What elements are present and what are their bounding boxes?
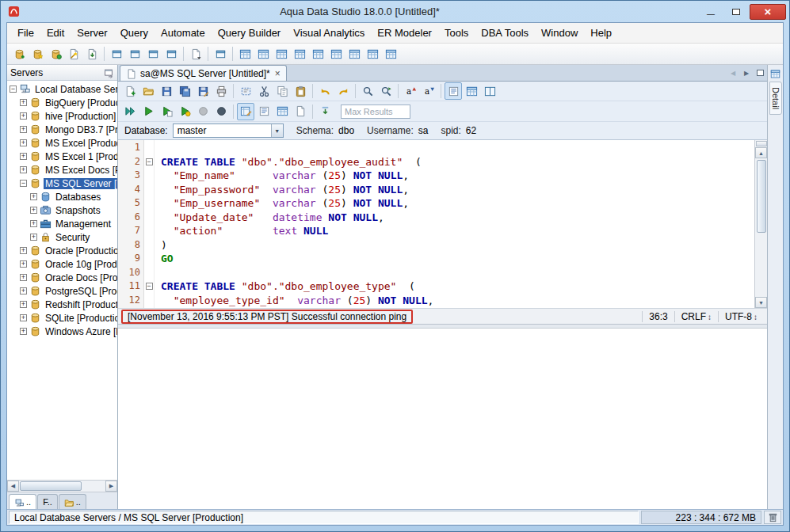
grid-automation-icon[interactable] — [364, 45, 381, 63]
expander-minus-icon[interactable]: − — [20, 180, 27, 187]
tree-item-windows-azure-production[interactable]: +Windows Azure [Production] — [7, 325, 117, 338]
minimize-button[interactable] — [699, 4, 723, 20]
expander-plus-icon[interactable]: + — [20, 166, 27, 173]
expander-plus-icon[interactable]: + — [20, 314, 27, 321]
tree-item-ms-sql-server-production[interactable]: −MS SQL Server [Production] — [7, 177, 117, 190]
execute-icon[interactable] — [139, 103, 157, 120]
code-line[interactable]: "action" text NULL — [161, 224, 754, 238]
grid-results-icon[interactable] — [236, 45, 254, 63]
tree-item-security[interactable]: +Security — [7, 230, 117, 244]
tree-item-ms-excel-1-production[interactable]: +MS Excel 1 [Production] — [7, 150, 117, 163]
split-editor-handle[interactable] — [756, 141, 767, 146]
maximize-button[interactable] — [724, 4, 748, 20]
code-line[interactable]: CREATE TABLE "dbo"."dbo_employee_type" ( — [161, 279, 754, 294]
expander-plus-icon[interactable]: + — [20, 139, 27, 146]
float-panel-icon[interactable] — [103, 67, 114, 78]
results-file-icon[interactable] — [292, 103, 309, 120]
code-line[interactable]: ) — [161, 238, 754, 253]
close-button[interactable] — [750, 4, 786, 20]
panel-tab-history[interactable]: .. — [59, 494, 86, 509]
grid-schema-browser-icon[interactable] — [309, 45, 326, 63]
grid-query-builder-icon[interactable] — [273, 45, 290, 63]
scroll-right-icon[interactable]: ▶ — [105, 481, 117, 492]
code-line[interactable]: "Emp_password" varchar (25) NOT NULL, — [161, 183, 754, 197]
expander-plus-icon[interactable]: + — [20, 153, 27, 160]
expander-plus-icon[interactable]: + — [20, 99, 27, 106]
tab-close-icon[interactable]: × — [275, 68, 281, 79]
expander-plus-icon[interactable]: + — [20, 328, 27, 335]
tree-item-oracle-docs-production[interactable]: +Oracle Docs [Production] — [7, 271, 117, 284]
toggle-split-view-icon[interactable] — [481, 82, 498, 100]
code-line[interactable]: "Emp_username" varchar (25) NOT NULL, — [161, 196, 754, 211]
save-icon[interactable] — [158, 82, 175, 100]
tree-item-databases[interactable]: +Databases — [7, 190, 117, 203]
scrollbar-thumb[interactable] — [757, 160, 766, 233]
grid-visual-analytics-icon[interactable] — [327, 45, 345, 63]
grid-table-data-icon[interactable] — [254, 45, 272, 63]
copy-icon[interactable] — [273, 82, 291, 100]
window-instance-manager-icon[interactable] — [126, 45, 143, 63]
tree-item-oracle-10g-production[interactable]: +Oracle 10g [Production] — [7, 257, 117, 271]
fold-toggle-icon[interactable]: − — [146, 158, 153, 165]
tree-item-sqlite-production[interactable]: +SQLite [Production] — [7, 311, 117, 325]
code-line[interactable]: "Update_date" datetime NOT NULL, — [161, 211, 754, 225]
execute-script-icon[interactable] — [158, 103, 175, 120]
expander-plus-icon[interactable]: + — [20, 260, 27, 268]
tree-item-oracle-production[interactable]: +Oracle [Production] — [7, 244, 117, 257]
menu-window[interactable]: Window — [536, 25, 583, 40]
max-results-input[interactable] — [341, 104, 410, 119]
menu-tools[interactable]: Tools — [439, 25, 474, 40]
expander-plus-icon[interactable]: + — [30, 193, 37, 200]
menu-automate[interactable]: Automate — [155, 25, 211, 40]
editor-vertical-scrollbar[interactable]: ▲ ▼ — [754, 140, 767, 308]
line-ending-selector[interactable]: CRLF — [674, 311, 718, 322]
tree-item-local-database-servers[interactable]: −Local Database Servers — [7, 82, 117, 96]
previous-tab-icon[interactable] — [727, 67, 738, 78]
open-file-icon[interactable] — [139, 82, 157, 100]
code-line[interactable]: CREATE TABLE "dbo"."dbo_employee_audit" … — [161, 155, 754, 169]
grid-scripts-icon[interactable] — [382, 45, 399, 63]
panel-tab-files[interactable]: F.. — [37, 494, 58, 509]
open-query-window-icon[interactable] — [212, 45, 229, 63]
menu-edit[interactable]: Edit — [41, 25, 70, 40]
tree-item-mongo-db3-7-production[interactable]: +Mongo DB3.7 [Production] — [7, 123, 117, 136]
expander-plus-icon[interactable]: + — [20, 112, 27, 120]
expander-plus-icon[interactable]: + — [20, 301, 27, 308]
new-file-icon[interactable] — [121, 82, 139, 100]
fold-toggle-icon[interactable]: − — [146, 283, 153, 290]
cut-icon[interactable] — [255, 82, 273, 100]
schema-script-wizard-icon[interactable] — [65, 45, 82, 63]
tree-horizontal-scrollbar[interactable]: ◀ ▶ — [7, 480, 117, 492]
execute-all-icon[interactable] — [121, 103, 139, 120]
select-statement-icon[interactable] — [237, 82, 254, 100]
scroll-down-icon[interactable]: ▼ — [755, 297, 767, 308]
expander-plus-icon[interactable]: + — [20, 247, 27, 254]
detail-tab[interactable]: Detail — [769, 82, 782, 115]
paste-icon[interactable] — [292, 82, 309, 100]
fetch-all-icon[interactable] — [316, 103, 334, 120]
toggle-text-view-icon[interactable] — [445, 82, 462, 100]
server-registration-wizard-icon[interactable] — [29, 45, 46, 63]
window-admin-icon[interactable] — [162, 45, 180, 63]
code-line[interactable]: GO — [161, 252, 754, 266]
menu-query-builder[interactable]: Query Builder — [212, 25, 286, 40]
tree-item-management[interactable]: +Management — [7, 217, 117, 230]
code-line[interactable]: "employee_type_id" varchar (25) NOT NULL… — [161, 294, 754, 308]
save-all-icon[interactable] — [176, 82, 193, 100]
code-area[interactable]: CREATE TABLE "dbo"."dbo_employee_audit" … — [155, 140, 754, 308]
menu-server[interactable]: Server — [71, 25, 113, 40]
tree-item-hive-production[interactable]: +hive [Production] — [7, 109, 117, 123]
tree-item-ms-excel-docs-production[interactable]: +MS Excel Docs [Production] — [7, 163, 117, 177]
expander-plus-icon[interactable]: + — [20, 274, 27, 281]
panel-tab-servers[interactable]: .. — [9, 494, 36, 509]
window-session-icon[interactable] — [144, 45, 162, 63]
garbage-collect-icon[interactable] — [764, 511, 781, 524]
tree-item-ms-excel-production[interactable]: +MS Excel [Production] — [7, 136, 117, 150]
tree-item-postgresql-production[interactable]: +PostgreSQL [Production] — [7, 284, 117, 298]
encoding-selector[interactable]: UTF-8 — [718, 311, 764, 322]
menu-help[interactable]: Help — [585, 25, 617, 40]
menu-dba-tools[interactable]: DBA Tools — [475, 25, 534, 40]
code-line[interactable] — [161, 266, 754, 280]
memory-usage[interactable]: 223 : 344 : 672 MB — [641, 511, 761, 524]
undo-icon[interactable] — [316, 82, 334, 100]
